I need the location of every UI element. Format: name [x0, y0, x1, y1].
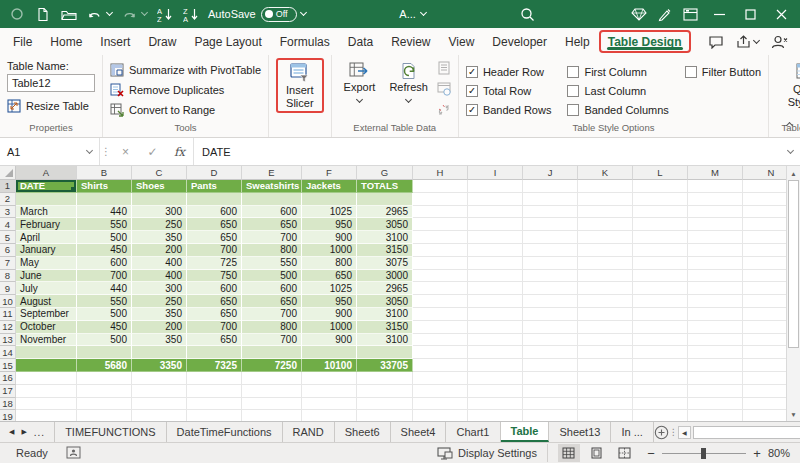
- cell-I4[interactable]: [468, 218, 523, 231]
- cell-C6[interactable]: 200: [132, 244, 187, 257]
- cell-A10[interactable]: August: [16, 295, 77, 308]
- sheet-nav-overflow[interactable]: ...: [34, 427, 45, 438]
- minimize-button[interactable]: [708, 0, 730, 28]
- cell-C17[interactable]: [132, 385, 187, 398]
- cell-G3[interactable]: 2965: [357, 206, 413, 219]
- cell-M15[interactable]: [688, 359, 743, 372]
- cell-H16[interactable]: [413, 372, 468, 385]
- cell-G5[interactable]: 3100: [357, 231, 413, 244]
- cell-K12[interactable]: [578, 321, 633, 334]
- cell-J9[interactable]: [523, 282, 578, 295]
- ribbon-tab-page-layout[interactable]: Page Layout: [185, 28, 270, 55]
- cell-H7[interactable]: [413, 257, 468, 270]
- cell-G16[interactable]: [357, 372, 413, 385]
- cell-D15[interactable]: 7325: [187, 359, 242, 372]
- insert-function-button[interactable]: fx: [166, 138, 193, 165]
- page-layout-view-button[interactable]: [586, 444, 608, 462]
- cell-D3[interactable]: 600: [187, 206, 242, 219]
- cell-M11[interactable]: [688, 308, 743, 321]
- cell-L12[interactable]: [633, 321, 688, 334]
- cell-K9[interactable]: [578, 282, 633, 295]
- cell-L16[interactable]: [633, 372, 688, 385]
- cell-F11[interactable]: 900: [302, 308, 357, 321]
- cell-C7[interactable]: 400: [132, 257, 187, 270]
- checkbox-banded-rows[interactable]: ✓: [466, 104, 478, 116]
- cell-A11[interactable]: September: [16, 308, 77, 321]
- cell-E18[interactable]: [242, 398, 302, 411]
- cell-M10[interactable]: [688, 295, 743, 308]
- cell-E1[interactable]: Sweatshirts: [242, 180, 302, 193]
- cell-E19[interactable]: [242, 410, 302, 421]
- cell-B12[interactable]: 450: [77, 321, 132, 334]
- row-header-2[interactable]: 2: [0, 193, 16, 206]
- cell-E17[interactable]: [242, 385, 302, 398]
- cell-C10[interactable]: 250: [132, 295, 187, 308]
- sort-ascending-icon[interactable]: AZ: [156, 6, 173, 23]
- cell-J19[interactable]: [523, 410, 578, 421]
- cell-M5[interactable]: [688, 231, 743, 244]
- undo-icon[interactable]: [86, 6, 103, 23]
- cell-D17[interactable]: [187, 385, 242, 398]
- cell-M16[interactable]: [688, 372, 743, 385]
- cell-I5[interactable]: [468, 231, 523, 244]
- cell-D16[interactable]: [187, 372, 242, 385]
- cell-F16[interactable]: [302, 372, 357, 385]
- name-box[interactable]: A1: [0, 138, 100, 165]
- cell-K17[interactable]: [578, 385, 633, 398]
- undo-menu-chevron[interactable]: [107, 13, 112, 15]
- cell-G17[interactable]: [357, 385, 413, 398]
- cell-D4[interactable]: 650: [187, 218, 242, 231]
- cell-K8[interactable]: [578, 270, 633, 283]
- cell-G13[interactable]: 3100: [357, 334, 413, 347]
- cell-A7[interactable]: May: [16, 257, 77, 270]
- people-icon[interactable]: [771, 35, 788, 49]
- document-title[interactable]: A...: [399, 8, 426, 20]
- normal-view-button[interactable]: [558, 444, 580, 462]
- share-icon[interactable]: [736, 35, 759, 49]
- cell-M6[interactable]: [688, 244, 743, 257]
- cell-J16[interactable]: [523, 372, 578, 385]
- cell-K1[interactable]: [578, 180, 633, 193]
- cell-E5[interactable]: 700: [242, 231, 302, 244]
- cell-F18[interactable]: [302, 398, 357, 411]
- autosave-control[interactable]: AutoSave Off: [208, 7, 297, 22]
- redo-menu-chevron[interactable]: [142, 13, 147, 15]
- cell-K5[interactable]: [578, 231, 633, 244]
- cell-D8[interactable]: 750: [187, 270, 242, 283]
- cell-E11[interactable]: 700: [242, 308, 302, 321]
- cell-L7[interactable]: [633, 257, 688, 270]
- cell-L4[interactable]: [633, 218, 688, 231]
- cell-D18[interactable]: [187, 398, 242, 411]
- page-break-preview-button[interactable]: [614, 444, 636, 462]
- export-button[interactable]: Export: [339, 60, 381, 102]
- sheet-tab-in[interactable]: In ...: [611, 422, 653, 442]
- cell-E8[interactable]: 500: [242, 270, 302, 283]
- ribbon-tab-formulas[interactable]: Formulas: [271, 28, 339, 55]
- cell-E2[interactable]: [242, 193, 302, 206]
- cell-C14[interactable]: [132, 346, 187, 359]
- cell-J5[interactable]: [523, 231, 578, 244]
- cell-F2[interactable]: [302, 193, 357, 206]
- cell-I2[interactable]: [468, 193, 523, 206]
- cell-H6[interactable]: [413, 244, 468, 257]
- autosave-toggle[interactable]: Off: [261, 7, 297, 22]
- cell-I17[interactable]: [468, 385, 523, 398]
- column-header-K[interactable]: K: [578, 166, 633, 180]
- sheet-nav-left-arrow[interactable]: ◀: [9, 428, 14, 436]
- cell-D1[interactable]: Pants: [187, 180, 242, 193]
- insert-slicer-button[interactable]: Insert Slicer: [281, 61, 319, 110]
- cell-F9[interactable]: 1025: [302, 282, 357, 295]
- cell-J12[interactable]: [523, 321, 578, 334]
- cell-F5[interactable]: 900: [302, 231, 357, 244]
- ribbon-tab-insert[interactable]: Insert: [91, 28, 139, 55]
- formula-bar-expand-chevron[interactable]: [780, 138, 800, 165]
- cell-D12[interactable]: 700: [187, 321, 242, 334]
- cell-G12[interactable]: 3150: [357, 321, 413, 334]
- cell-G11[interactable]: 3100: [357, 308, 413, 321]
- cell-M3[interactable]: [688, 206, 743, 219]
- cell-K18[interactable]: [578, 398, 633, 411]
- cell-A8[interactable]: June: [16, 270, 77, 283]
- cell-E14[interactable]: [242, 346, 302, 359]
- cell-F8[interactable]: 650: [302, 270, 357, 283]
- cell-A1[interactable]: DATE: [16, 180, 77, 193]
